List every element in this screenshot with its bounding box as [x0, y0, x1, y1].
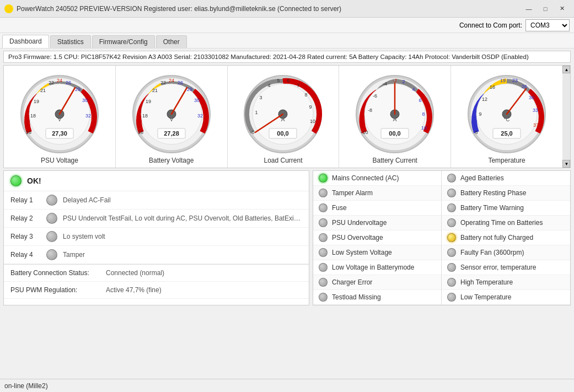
psu-pwm-val: Active 47,7% (fine) — [106, 286, 162, 294]
scroll-up-button[interactable]: ▲ — [562, 66, 570, 73]
ind-bat-warn-led — [447, 203, 456, 212]
ind-low-temp: Low Temperature — [442, 290, 570, 305]
ind-low-temp-led — [447, 293, 456, 302]
psu-pwm-row: PSU PWM Regulation: Active 47,7% (fine) — [4, 282, 309, 299]
svg-text:22: 22 — [49, 80, 54, 85]
ind-aged-bat-label: Aged Batteries — [460, 174, 504, 182]
ind-low-volt-bat-label: Low Voltage in Batterymode — [332, 264, 414, 271]
psu-pwm-key: PSU PWM Regulation: — [10, 286, 101, 294]
status-led — [10, 175, 22, 186]
svg-text:18: 18 — [142, 113, 148, 119]
ind-low-sys-volt: Low System Voltage — [313, 245, 441, 260]
temperature-gauge: 5 9 12 16 19 23 26 30 33 37 °C 25,0 Temp… — [451, 66, 562, 168]
ind-high-temp: High Temperature — [442, 275, 570, 290]
svg-text:33: 33 — [533, 108, 538, 113]
svg-text:19: 19 — [146, 99, 151, 104]
svg-text:-2: -2 — [393, 78, 397, 83]
svg-text:22: 22 — [160, 80, 166, 85]
ind-op-time-label: Operating Time on Batteries — [460, 219, 543, 227]
relay-3-desc: Lo system volt — [63, 233, 302, 240]
gauges-scrollbar[interactable]: ▲ ▼ — [562, 66, 570, 168]
ind-psu-over-led — [319, 233, 328, 242]
svg-text:37: 37 — [533, 122, 539, 128]
svg-text:29: 29 — [187, 87, 192, 92]
svg-text:30: 30 — [529, 95, 534, 100]
relay-1-label: Relay 1 — [10, 196, 41, 204]
ind-low-volt-bat-led — [319, 263, 328, 272]
svg-text:24: 24 — [169, 78, 174, 83]
svg-text:26: 26 — [178, 80, 183, 85]
ind-sensor-err-led — [447, 263, 456, 272]
battery-connection-row: Battery Connection Status: Connected (no… — [4, 265, 309, 282]
ind-testload-label: Testload Missing — [332, 293, 381, 301]
ind-aged-bat-led — [447, 174, 456, 182]
comport-select[interactable]: COM3 COM1 COM2 COM4 COM5 — [525, 19, 570, 31]
tab-statistics[interactable]: Statistics — [50, 35, 91, 48]
status-text: OK! — [27, 176, 41, 185]
svg-text:0: 0 — [252, 130, 255, 135]
svg-text:5: 5 — [475, 130, 478, 135]
ind-mains-led — [319, 174, 328, 182]
battery-current-gauge: -10 -8 -6 -4 -2 2 4 6 8 10 A 00,0 Batter… — [339, 66, 451, 168]
battery-voltage-gauge: 16 18 19 21 22 24 26 29 30 32 V 27,28 Ba… — [116, 66, 228, 168]
ind-faulty-fan-led — [447, 248, 456, 257]
close-button[interactable]: ✕ — [554, 3, 570, 14]
battery-connection-val: Connected (normal) — [106, 269, 164, 277]
status-bar: on-line (Mille2) — [0, 379, 574, 392]
comport-label: Connect to Com port: — [459, 22, 522, 29]
ind-tamper-led — [319, 189, 328, 197]
svg-text:25,0: 25,0 — [501, 130, 512, 137]
svg-text:27,30: 27,30 — [52, 130, 67, 137]
relay-1-desc: Delayed AC-Fail — [63, 196, 302, 204]
svg-text:24: 24 — [57, 78, 62, 83]
relay-2-row: Relay 2 PSU Undervolt TestFail, Lo volt … — [4, 210, 309, 228]
scroll-down-button[interactable]: ▼ — [562, 160, 570, 168]
info-text: Pro3 Firmware: 1.5 CPU: PIC18F57K42 Revi… — [8, 53, 529, 60]
ind-charger-error-label: Charger Error — [332, 278, 372, 286]
ind-psu-under: PSU Undervoltage — [313, 216, 441, 230]
psu-voltage-label: PSU Voltage — [41, 157, 78, 164]
svg-text:2: 2 — [403, 79, 405, 84]
relay-1-led — [46, 195, 57, 206]
svg-text:32: 32 — [197, 113, 203, 119]
battery-voltage-label: Battery Voltage — [149, 157, 194, 164]
app-icon: ⚡ — [4, 4, 13, 13]
svg-text:16: 16 — [26, 130, 31, 135]
svg-text:18: 18 — [30, 113, 36, 119]
minimize-button[interactable]: — — [521, 3, 537, 14]
ind-bat-warn: Battery Time Warning — [442, 201, 570, 216]
tab-firmware-config[interactable]: Firmware/Config — [92, 35, 155, 48]
ind-tamper: Tamper Alarm — [313, 186, 441, 201]
svg-text:8: 8 — [305, 92, 308, 98]
ind-low-sys-volt-led — [319, 248, 328, 257]
ind-testload: Testload Missing — [313, 290, 441, 305]
ind-mains: Mains Connected (AC) — [313, 171, 441, 186]
ind-op-time: Operating Time on Batteries — [442, 216, 570, 230]
relay-4-row: Relay 4 Tamper — [4, 246, 309, 264]
svg-text:21: 21 — [40, 88, 46, 93]
title-bar-left: ⚡ PowerWatch 240502 PREVIEW-VERSION Regi… — [4, 4, 341, 13]
ind-aged-bat: Aged Batteries — [442, 171, 570, 186]
ind-bat-rest-led — [447, 189, 456, 197]
ind-op-time-led — [447, 218, 456, 227]
svg-text:-4: -4 — [383, 81, 387, 87]
right-panel: Mains Connected (AC) Tamper Alarm Fuse P… — [313, 170, 571, 305]
svg-text:4: 4 — [268, 83, 271, 88]
tab-other[interactable]: Other — [156, 35, 187, 48]
svg-text:4: 4 — [412, 87, 415, 92]
window-controls[interactable]: — □ ✕ — [521, 3, 570, 14]
ind-psu-over: PSU Overvoltage — [313, 230, 441, 245]
svg-text:26: 26 — [66, 80, 71, 85]
ind-fuse-led — [319, 203, 328, 212]
ind-testload-led — [319, 293, 328, 302]
ind-psu-under-label: PSU Undervoltage — [332, 219, 387, 227]
tab-dashboard[interactable]: Dashboard — [2, 35, 49, 48]
load-current-gauge: 0 1 3 4 5 6 7 8 9 10 A 00,0 Load Current — [228, 66, 340, 168]
svg-text:27,28: 27,28 — [164, 130, 179, 137]
svg-text:19: 19 — [34, 99, 39, 104]
gauge-svg-temp: 5 9 12 16 19 23 26 30 33 37 °C 25,0 — [463, 69, 551, 154]
indicator-grid: Mains Connected (AC) Tamper Alarm Fuse P… — [313, 171, 570, 305]
maximize-button[interactable]: □ — [538, 3, 553, 14]
ind-sensor-err: Sensor error, temperature — [442, 260, 570, 275]
relay-3-row: Relay 3 Lo system volt — [4, 228, 309, 246]
